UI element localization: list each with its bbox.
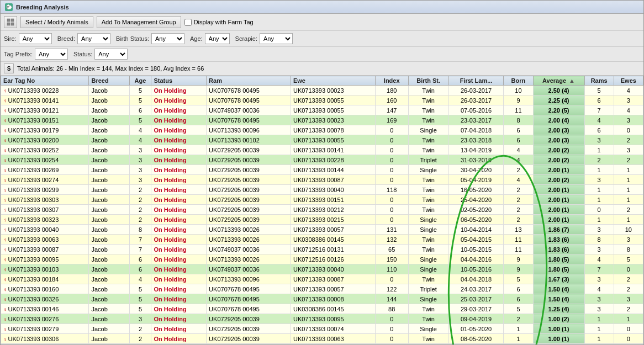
cell-ewes: 3 — [614, 235, 643, 245]
table-row[interactable]: ♀UK0713393 00179 Jacob 4 On Holding UK07… — [1, 125, 643, 135]
table-row[interactable]: ♀UK0713393 00095 Jacob 6 On Holding UK07… — [1, 254, 643, 264]
grid-icon-btn[interactable] — [4, 16, 17, 28]
cell-firstlam: 16-05-2020 — [448, 185, 504, 195]
add-management-btn[interactable]: Add To Management Group — [97, 16, 181, 28]
status-select[interactable]: Any — [94, 49, 128, 60]
main-window: 🐑 Breeding Analysis Select / Modify Anim… — [0, 0, 644, 345]
table-row[interactable]: ♀UK0713393 00103 Jacob 6 On Holding UK07… — [1, 264, 643, 274]
cell-age: 5 — [129, 86, 151, 95]
table-container[interactable]: Ear Tag No Breed Age Status Ram Ewe Inde… — [1, 76, 643, 344]
col-header-status[interactable]: Status — [151, 76, 207, 86]
cell-average: 2.00 (3) — [533, 125, 584, 135]
table-row[interactable]: ♀UK0713393 00276 Jacob 3 On Holding UK07… — [1, 314, 643, 324]
tag-icon: ♀ — [3, 108, 8, 114]
cell-born: 2 — [504, 314, 533, 324]
cell-average: 2.50 (4) — [533, 86, 584, 95]
col-header-ewes[interactable]: Ewes — [614, 76, 643, 86]
age-select[interactable]: Any — [205, 33, 230, 44]
cell-ewes: 1 — [614, 165, 643, 175]
table-row[interactable]: ♀UK0713393 00040 Jacob 8 On Holding UK07… — [1, 225, 643, 235]
cell-rams: 1 — [584, 185, 614, 195]
cell-born: 4 — [504, 145, 533, 155]
cell-ewes: 2 — [614, 304, 643, 314]
col-header-born[interactable]: Born — [504, 76, 533, 86]
table-row[interactable]: ♀UK0713393 00200 Jacob 4 On Holding UK07… — [1, 135, 643, 145]
table-row[interactable]: ♀UK0713393 00184 Jacob 4 On Holding UK07… — [1, 274, 643, 284]
cell-status: On Holding — [151, 105, 207, 115]
cell-breed: Jacob — [89, 135, 129, 145]
table-row[interactable]: ♀UK0713393 00121 Jacob 6 On Holding UK07… — [1, 105, 643, 115]
cell-status: On Holding — [151, 294, 207, 304]
cell-ram: UK0749037 00036 — [207, 245, 291, 254]
col-header-index[interactable]: Index — [375, 76, 408, 86]
cell-firstlam: 02-05-2020 — [448, 205, 504, 215]
cell-birthst: Single — [408, 324, 448, 334]
s-button[interactable]: S — [4, 63, 14, 73]
col-header-average[interactable]: Average ▲ — [533, 76, 584, 86]
table-row[interactable]: ♀UK0713393 00299 Jacob 2 On Holding UK07… — [1, 185, 643, 195]
table-row[interactable]: ♀UK0713393 00228 Jacob 5 On Holding UK07… — [1, 86, 643, 95]
table-row[interactable]: ♀UK0713393 00306 Jacob 2 On Holding UK07… — [1, 334, 643, 344]
cell-ear: ♀UK0713393 00254 — [1, 155, 89, 165]
toolbar: Select / Modify Animals Add To Managemen… — [1, 14, 643, 31]
cell-ewe: UK0713393 00055 — [291, 95, 375, 105]
display-farm-tag-checkbox[interactable] — [184, 19, 192, 26]
cell-age: 4 — [129, 135, 151, 145]
cell-breed: Jacob — [89, 105, 129, 115]
cell-age: 7 — [129, 245, 151, 254]
display-farm-tag-label[interactable]: Display with Farm Tag — [184, 19, 254, 26]
table-row[interactable]: ♀UK0713393 00303 Jacob 2 On Holding UK07… — [1, 195, 643, 205]
cell-age: 2 — [129, 215, 151, 225]
table-row[interactable]: ♀UK0713393 00323 Jacob 2 On Holding UK07… — [1, 215, 643, 225]
table-row[interactable]: ♀UK0713393 00274 Jacob 3 On Holding UK07… — [1, 175, 643, 185]
cell-born: 9 — [504, 264, 533, 274]
col-header-ewe[interactable]: Ewe — [291, 76, 375, 86]
table-row[interactable]: ♀UK0713393 00252 Jacob 3 On Holding UK07… — [1, 145, 643, 155]
breed-select[interactable]: Any — [77, 33, 110, 44]
cell-birthst: Single — [408, 254, 448, 264]
svg-rect-2 — [7, 23, 10, 25]
table-row[interactable]: ♀UK0713393 00269 Jacob 3 On Holding UK07… — [1, 165, 643, 175]
table-row[interactable]: ♀UK0713393 00146 Jacob 5 On Holding UK07… — [1, 304, 643, 314]
select-modify-btn[interactable]: Select / Modify Animals — [20, 16, 93, 28]
cell-age: 3 — [129, 155, 151, 165]
cell-firstlam: 24-03-2017 — [448, 284, 504, 294]
col-header-age[interactable]: Age — [129, 76, 151, 86]
scrapie-select[interactable]: Any — [260, 33, 293, 44]
table-row[interactable]: ♀UK0713393 00307 Jacob 2 On Holding UK07… — [1, 205, 643, 215]
table-row[interactable]: ♀UK0713393 00087 Jacob 7 On Holding UK07… — [1, 245, 643, 254]
tagprefix-select[interactable]: Any — [35, 49, 68, 60]
col-header-ram[interactable]: Ram — [207, 76, 291, 86]
table-row[interactable]: ♀UK0713393 00160 Jacob 5 On Holding UK07… — [1, 284, 643, 294]
table-row[interactable]: ♀UK0713393 00279 Jacob 2 On Holding UK07… — [1, 324, 643, 334]
cell-average: 2.00 (1) — [533, 165, 584, 175]
cell-born: 9 — [504, 95, 533, 105]
cell-ewes: 4 — [614, 86, 643, 95]
table-row[interactable]: ♀UK0713393 00141 Jacob 5 On Holding UK07… — [1, 95, 643, 105]
sire-select[interactable]: Any — [19, 33, 52, 44]
cell-firstlam: 07-04-2018 — [448, 125, 504, 135]
col-header-birthst[interactable]: Birth St. — [408, 76, 448, 86]
cell-birthst: Twin — [408, 95, 448, 105]
cell-ram: UK0729205 00039 — [207, 324, 291, 334]
cell-ear: ♀UK0713393 00040 — [1, 225, 89, 235]
col-header-rams[interactable]: Rams — [584, 76, 614, 86]
birth-status-select[interactable]: Any — [151, 33, 184, 44]
cell-status: On Holding — [151, 115, 207, 125]
cell-ear: ♀UK0713393 00184 — [1, 274, 89, 284]
cell-ewe: UK0713393 00023 — [291, 115, 375, 125]
cell-ewe: UK0713393 00228 — [291, 155, 375, 165]
table-row[interactable]: ♀UK0713393 00326 Jacob 5 On Holding UK07… — [1, 294, 643, 304]
cell-ram: UK0729205 00039 — [207, 175, 291, 185]
col-header-ear[interactable]: Ear Tag No — [1, 76, 89, 86]
col-header-breed[interactable]: Breed — [89, 76, 129, 86]
tag-icon: ♀ — [3, 118, 8, 124]
table-row[interactable]: ♀UK0713393 00151 Jacob 5 On Holding UK07… — [1, 115, 643, 125]
cell-ewes: 5 — [614, 254, 643, 264]
cell-ear: ♀UK0713393 00307 — [1, 205, 89, 215]
cell-born: 6 — [504, 135, 533, 145]
cell-born: 6 — [504, 294, 533, 304]
col-header-firstlam[interactable]: First Lam... — [448, 76, 504, 86]
table-row[interactable]: ♀UK0713393 00063 Jacob 7 On Holding UK07… — [1, 235, 643, 245]
table-row[interactable]: ♀UK0713393 00254 Jacob 3 On Holding UK07… — [1, 155, 643, 165]
